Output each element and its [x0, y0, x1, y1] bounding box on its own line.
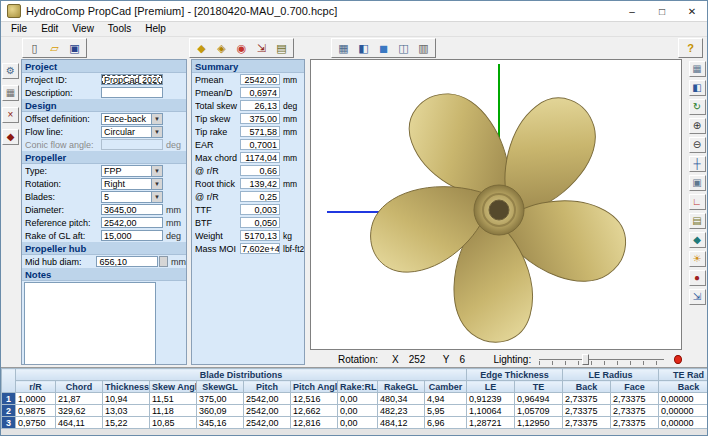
- table-cell[interactable]: 2542,00: [244, 405, 291, 417]
- column-header[interactable]: Back: [563, 381, 611, 393]
- table-cell[interactable]: 10,94: [103, 393, 150, 405]
- open-folder-icon[interactable]: ▱: [45, 40, 64, 56]
- project-id-input[interactable]: [101, 74, 163, 85]
- table-cell[interactable]: 0,96494: [515, 393, 563, 405]
- column-header[interactable]: Rake:RL: [338, 381, 378, 393]
- table-cell[interactable]: 2,73375: [563, 417, 611, 429]
- axes-icon[interactable]: ∟: [689, 194, 706, 210]
- type-select[interactable]: FPP ▼: [101, 165, 163, 177]
- rotate-view-icon[interactable]: ↻: [689, 99, 706, 115]
- table-cell[interactable]: 0,00: [338, 393, 378, 405]
- chevron-down-icon[interactable]: ▼: [151, 179, 162, 189]
- grid-icon[interactable]: ▤: [689, 213, 706, 229]
- mid-hub-options-button[interactable]: [159, 256, 168, 267]
- row-number[interactable]: 3: [2, 417, 16, 429]
- table-cell[interactable]: 11,18: [150, 405, 197, 417]
- menu-tools[interactable]: Tools: [101, 22, 138, 36]
- table-cell[interactable]: 12,516: [291, 393, 338, 405]
- rake-of-gl-input[interactable]: [101, 230, 163, 241]
- propeller-3d-icon[interactable]: ◉: [232, 40, 251, 56]
- export-view-icon[interactable]: ⇲: [689, 289, 706, 305]
- column-header[interactable]: Back: [659, 381, 708, 393]
- flow-line-select[interactable]: Circular ▼: [101, 126, 163, 138]
- table-cell[interactable]: 12,816: [291, 417, 338, 429]
- view-report-icon[interactable]: ▥: [414, 40, 433, 56]
- chevron-down-icon[interactable]: ▼: [151, 192, 162, 202]
- blade-tool-icon[interactable]: ×: [2, 107, 19, 123]
- table-cell[interactable]: 2542,00: [244, 417, 291, 429]
- pan-view-icon[interactable]: ┼: [689, 156, 706, 172]
- table-cell[interactable]: 15,22: [103, 417, 150, 429]
- section-tool-icon[interactable]: ◆: [2, 129, 19, 145]
- blade-sections-icon[interactable]: ◈: [212, 40, 231, 56]
- view-split-icon[interactable]: ◫: [394, 40, 413, 56]
- shaded-view-icon[interactable]: ◧: [689, 80, 706, 96]
- table-cell[interactable]: 484,12: [378, 417, 425, 429]
- table-cell[interactable]: 4,94: [425, 393, 467, 405]
- table-cell[interactable]: 2,73375: [611, 393, 659, 405]
- row-number[interactable]: 2: [2, 405, 16, 417]
- notes-textarea[interactable]: [24, 282, 156, 365]
- chevron-down-icon[interactable]: ▼: [151, 127, 162, 137]
- table-cell[interactable]: 0,00000: [659, 417, 708, 429]
- zoom-in-icon[interactable]: ⊕: [689, 118, 706, 134]
- table-cell[interactable]: 0,9750: [16, 417, 56, 429]
- lighting-slider[interactable]: [539, 354, 664, 365]
- light-icon[interactable]: ☀: [689, 251, 706, 267]
- save-icon[interactable]: ▣: [65, 40, 84, 56]
- table-cell[interactable]: 2,73375: [611, 417, 659, 429]
- new-document-icon[interactable]: ▯: [25, 40, 44, 56]
- table-cell[interactable]: 6,96: [425, 417, 467, 429]
- table-cell[interactable]: 0,00: [338, 405, 378, 417]
- minimize-button[interactable]: –: [617, 1, 647, 21]
- menu-file[interactable]: File: [4, 22, 34, 36]
- table-cell[interactable]: 12,662: [291, 405, 338, 417]
- table-cell[interactable]: 1,10064: [467, 405, 515, 417]
- column-header[interactable]: LE: [467, 381, 515, 393]
- table-cell[interactable]: 464,11: [56, 417, 103, 429]
- table-cell[interactable]: 2,73375: [611, 405, 659, 417]
- table-cell[interactable]: 10,85: [150, 417, 197, 429]
- column-header[interactable]: Pitch Angle: [291, 381, 338, 393]
- propeller-design-icon[interactable]: ◆: [192, 40, 211, 56]
- column-header[interactable]: Face: [611, 381, 659, 393]
- column-header[interactable]: RakeGL: [378, 381, 425, 393]
- fit-view-icon[interactable]: ▣: [689, 175, 706, 191]
- mid-hub-diam-input[interactable]: [96, 256, 158, 267]
- table-cell[interactable]: 2,73375: [563, 393, 611, 405]
- column-header[interactable]: Skew Angle: [150, 381, 197, 393]
- snapshot-icon[interactable]: ●: [689, 270, 706, 286]
- lighting-color-button[interactable]: [674, 355, 682, 364]
- grid-view-icon[interactable]: ▦: [2, 85, 19, 101]
- table-cell[interactable]: 2,73375: [563, 405, 611, 417]
- lighting-slider-thumb[interactable]: [582, 354, 589, 365]
- table-cell[interactable]: 375,00: [197, 393, 244, 405]
- row-number[interactable]: 1: [2, 393, 16, 405]
- propeller-3d-viewport[interactable]: [310, 59, 682, 350]
- zoom-out-icon[interactable]: ⊖: [689, 137, 706, 153]
- view-rendered-icon[interactable]: ◼: [374, 40, 393, 56]
- menu-view[interactable]: View: [65, 22, 101, 36]
- diameter-input[interactable]: [101, 204, 163, 215]
- table-cell[interactable]: 1,05709: [515, 405, 563, 417]
- offset-definition-select[interactable]: Face-back ▼: [101, 113, 163, 125]
- blades-select[interactable]: 5 ▼: [101, 191, 163, 203]
- column-header[interactable]: Pitch: [244, 381, 291, 393]
- table-cell[interactable]: 2542,00: [244, 393, 291, 405]
- maximize-button[interactable]: □: [647, 1, 677, 21]
- table-cell[interactable]: 21,87: [56, 393, 103, 405]
- table-cell[interactable]: 482,23: [378, 405, 425, 417]
- reference-pitch-input[interactable]: [101, 217, 163, 228]
- rotation-x-value[interactable]: 252: [409, 354, 429, 365]
- column-header[interactable]: SkewGL: [197, 381, 244, 393]
- table-cell[interactable]: 13,03: [103, 405, 150, 417]
- column-header[interactable]: TE: [515, 381, 563, 393]
- wireframe-view-icon[interactable]: ▦: [689, 61, 706, 77]
- project-settings-icon[interactable]: ⚙: [2, 63, 19, 79]
- measure-icon[interactable]: ◆: [689, 232, 706, 248]
- table-cell[interactable]: 0,00000: [659, 405, 708, 417]
- description-input[interactable]: [101, 87, 163, 98]
- column-header[interactable]: Thickness: [103, 381, 150, 393]
- view-wireframe-icon[interactable]: ▦: [334, 40, 353, 56]
- table-cell[interactable]: 329,62: [56, 405, 103, 417]
